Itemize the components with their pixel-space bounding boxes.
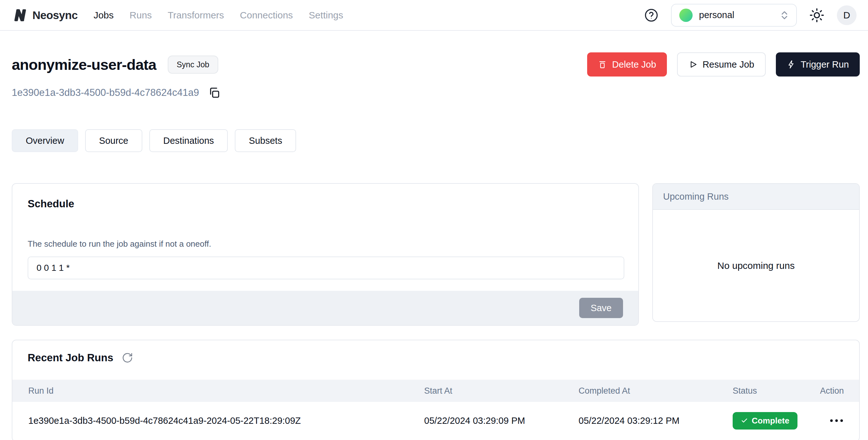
account-selector-value: personal bbox=[699, 10, 774, 20]
user-avatar[interactable]: D bbox=[837, 5, 857, 25]
page-header: anonymize-user-data Sync Job Delete Job bbox=[12, 52, 860, 77]
resume-job-button[interactable]: Resume Job bbox=[677, 53, 766, 76]
help-button[interactable] bbox=[644, 8, 658, 22]
chevrons-updown-icon bbox=[780, 10, 788, 21]
action-cell bbox=[809, 417, 859, 425]
tab-subsets[interactable]: Subsets bbox=[235, 129, 296, 152]
nav-item-runs[interactable]: Runs bbox=[130, 10, 152, 21]
help-icon bbox=[644, 8, 658, 22]
job-id-value: 1e390e1a-3db3-4500-b59d-4c78624c41a9 bbox=[12, 87, 199, 98]
sun-icon bbox=[810, 8, 824, 23]
delete-job-label: Delete Job bbox=[612, 59, 656, 70]
cron-schedule-input[interactable] bbox=[28, 257, 624, 279]
delete-job-button[interactable]: Delete Job bbox=[587, 53, 667, 76]
play-icon bbox=[688, 60, 698, 69]
status-badge-label: Complete bbox=[752, 416, 789, 426]
schedule-description: The schedule to run the job against if n… bbox=[28, 239, 624, 249]
copy-icon bbox=[208, 87, 220, 99]
completed-at-cell: 05/22/2024 03:29:12 PM bbox=[579, 415, 733, 426]
tab-destinations[interactable]: Destinations bbox=[149, 129, 228, 152]
copy-job-id-button[interactable] bbox=[208, 87, 220, 99]
schedule-card: Schedule The schedule to run the job aga… bbox=[12, 183, 639, 326]
table-header-row: Run Id Start At Completed At Status Acti… bbox=[12, 380, 859, 402]
column-header-status: Status bbox=[733, 386, 809, 396]
nav-item-transformers[interactable]: Transformers bbox=[168, 10, 224, 21]
nav-item-settings[interactable]: Settings bbox=[309, 10, 343, 21]
row-actions-button[interactable] bbox=[829, 417, 844, 425]
column-header-action: Action bbox=[809, 386, 859, 396]
status-cell: Complete bbox=[733, 412, 809, 430]
brand-name: Neosync bbox=[32, 9, 78, 22]
lightning-bolt-icon bbox=[787, 60, 796, 69]
status-badge: Complete bbox=[733, 412, 798, 430]
tab-overview[interactable]: Overview bbox=[12, 129, 78, 152]
job-id-row: 1e390e1a-3db3-4500-b59d-4c78624c41a9 bbox=[12, 86, 860, 99]
refresh-icon bbox=[122, 352, 133, 364]
neosync-logo-icon bbox=[13, 8, 28, 23]
check-icon bbox=[741, 417, 748, 424]
run-id-cell: 1e390e1a-3db3-4500-b59d-4c78624c41a9-202… bbox=[12, 415, 424, 426]
column-header-completed-at: Completed At bbox=[579, 386, 733, 396]
recent-job-runs-title: Recent Job Runs bbox=[28, 352, 114, 364]
table-row[interactable]: 1e390e1a-3db3-4500-b59d-4c78624c41a9-202… bbox=[12, 402, 859, 439]
theme-toggle-button[interactable] bbox=[810, 8, 824, 23]
ellipsis-icon bbox=[829, 419, 844, 422]
avatar-initial: D bbox=[843, 10, 850, 21]
account-selector[interactable]: personal bbox=[671, 4, 797, 27]
recent-job-runs-card: Recent Job Runs Run Id Start At Complete… bbox=[12, 340, 860, 440]
main-content: anonymize-user-data Sync Job Delete Job bbox=[0, 31, 868, 440]
recent-runs-table: Run Id Start At Completed At Status Acti… bbox=[12, 380, 859, 439]
upcoming-runs-title: Upcoming Runs bbox=[663, 192, 728, 202]
refresh-runs-button[interactable] bbox=[122, 352, 133, 364]
account-color-dot bbox=[679, 8, 693, 22]
column-header-start-at: Start At bbox=[424, 386, 579, 396]
tab-source[interactable]: Source bbox=[85, 129, 142, 152]
neosync-brand[interactable]: Neosync bbox=[13, 8, 78, 23]
nav-item-connections[interactable]: Connections bbox=[240, 10, 293, 21]
upcoming-runs-header: Upcoming Runs bbox=[653, 184, 859, 210]
job-tabs: Overview Source Destinations Subsets bbox=[12, 129, 860, 152]
upcoming-runs-card: Upcoming Runs No upcoming runs bbox=[652, 183, 860, 322]
resume-job-label: Resume Job bbox=[703, 59, 754, 70]
page-title: anonymize-user-data bbox=[12, 56, 156, 73]
top-navbar: Neosync Jobs Runs Transformers Connectio… bbox=[0, 0, 868, 31]
column-header-run-id: Run Id bbox=[12, 386, 424, 396]
upcoming-runs-empty-message: No upcoming runs bbox=[717, 260, 795, 271]
nav-item-jobs[interactable]: Jobs bbox=[93, 10, 114, 21]
job-type-badge: Sync Job bbox=[168, 56, 218, 74]
save-schedule-button[interactable]: Save bbox=[579, 298, 623, 318]
trigger-run-label: Trigger Run bbox=[801, 59, 849, 70]
schedule-card-title: Schedule bbox=[28, 198, 624, 210]
trash-icon bbox=[598, 60, 607, 69]
start-at-cell: 05/22/2024 03:29:09 PM bbox=[424, 415, 579, 426]
trigger-run-button[interactable]: Trigger Run bbox=[776, 53, 860, 76]
schedule-card-footer: Save bbox=[12, 291, 638, 325]
